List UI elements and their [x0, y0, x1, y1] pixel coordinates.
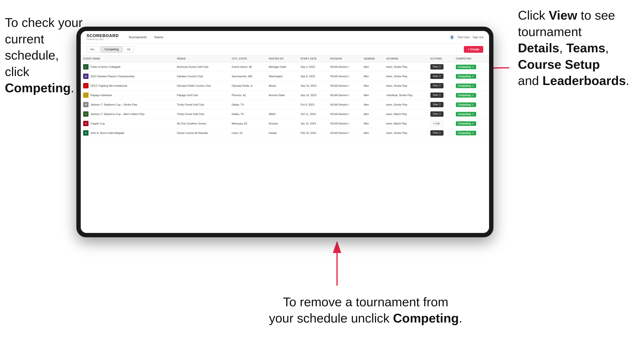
- cell-competing: Competing: [454, 100, 489, 109]
- tournaments-table: Event Name Venue City, State Hosted By S…: [81, 55, 489, 138]
- navbar-nav: Tournaments Teams: [128, 34, 450, 40]
- col-gender: Gender: [361, 55, 384, 62]
- cell-event-name: HJohn A. Burns Intercollegiate: [81, 128, 174, 138]
- competing-badge[interactable]: Competing: [456, 121, 476, 126]
- view-button[interactable]: View ⓘ: [430, 102, 444, 107]
- event-name-text: Jackson T. Stephens Cup – Stroke Play: [90, 103, 137, 106]
- cell-hosted-by: Hawaii: [266, 128, 298, 138]
- cell-division: NCAA Division I: [328, 119, 361, 128]
- user-icon: 👤: [450, 35, 454, 40]
- cell-hosted-by: Washington: [266, 72, 298, 81]
- annotation-top-right: Click View to see tournament Details, Te…: [518, 7, 639, 89]
- view-button[interactable]: View ⓘ: [430, 111, 444, 117]
- cell-division: NCAA Division I: [328, 72, 361, 81]
- view-button[interactable]: View ⓘ: [430, 93, 444, 98]
- event-name-text: John A. Burns Intercollegiate: [90, 132, 124, 134]
- col-actions: Actions: [428, 55, 454, 62]
- team-logo: I: [83, 83, 88, 88]
- tablet-screen: SCOREBOARD Powered by clippi Tournaments…: [81, 31, 489, 233]
- tab-all[interactable]: All: [123, 46, 134, 52]
- cell-scoring: individual, Stroke Play: [384, 91, 428, 100]
- col-division: Division: [328, 55, 361, 62]
- competing-badge[interactable]: Competing: [456, 93, 476, 98]
- cell-venue: Trinity Forest Golf Club: [174, 100, 229, 109]
- cell-scoring: team, Match Play: [384, 109, 428, 119]
- cell-venue: Ak-Chin Southern Dunes: [174, 119, 229, 128]
- table-row: ACopper CupAk-Chin Southern DunesMaricop…: [81, 119, 489, 128]
- cell-actions: View ⓘ: [428, 81, 454, 91]
- competing-badge[interactable]: Competing: [456, 112, 476, 117]
- cell-venue: Olympia Fields Country Club: [174, 81, 229, 91]
- competing-badge[interactable]: Competing: [456, 84, 476, 88]
- table-row: 🦅Folds of Honor CollegiateAmerican Dunes…: [81, 62, 489, 72]
- team-logo: A: [83, 121, 88, 126]
- team-logo: H: [83, 130, 88, 136]
- cell-competing: Competing: [454, 119, 489, 128]
- cell-start-date: Oct 11, 2023: [298, 109, 328, 119]
- cell-event-name: ⚙Jackson T. Stephens Cup – Stroke Play: [81, 100, 174, 109]
- navbar: SCOREBOARD Powered by clippi Tournaments…: [81, 31, 489, 44]
- cell-event-name: ACopper Cup: [81, 119, 174, 128]
- cell-start-date: Oct 9, 2023: [298, 100, 328, 109]
- cell-division: NCAA Division I: [328, 62, 361, 72]
- cell-hosted-by: Arizona State: [266, 91, 298, 100]
- nav-tournaments[interactable]: Tournaments: [128, 34, 147, 40]
- nav-teams[interactable]: Teams: [154, 34, 163, 40]
- cell-gender: Men: [361, 109, 384, 119]
- col-start-date: Start Date: [298, 55, 328, 62]
- competing-badge[interactable]: Competing: [456, 65, 476, 69]
- cell-venue: Ocean Course At Hokuala: [174, 128, 229, 138]
- navbar-right: 👤 Test User Sign out: [450, 35, 483, 40]
- user-name: Test User: [457, 36, 470, 39]
- cell-hosted-by: [266, 100, 298, 109]
- competing-badge[interactable]: Competing: [456, 74, 476, 79]
- table-row: 🌿Jackson T. Stephens Cup – Men's Match P…: [81, 109, 489, 119]
- cell-city-state: Olympia Fields, IL: [230, 81, 266, 91]
- cell-venue: Papago Golf Club: [174, 91, 229, 100]
- view-button[interactable]: View ⓘ: [430, 64, 444, 69]
- team-logo: 🌵: [83, 93, 88, 98]
- annotation-bottom: To remove a tournament from your schedul…: [256, 294, 475, 327]
- view-button[interactable]: View ⓘ: [430, 83, 444, 88]
- sign-out-link[interactable]: Sign out: [472, 36, 483, 39]
- cell-hosted-by: ABAC: [266, 109, 298, 119]
- cell-actions: ✏ Edit: [428, 119, 454, 128]
- cell-competing: Competing: [454, 91, 489, 100]
- cell-start-date: Feb 15, 2024: [298, 128, 328, 138]
- tab-competing[interactable]: Competing: [101, 46, 122, 52]
- cell-event-name: 🌿Jackson T. Stephens Cup – Men's Match P…: [81, 109, 174, 119]
- view-button[interactable]: View ⓘ: [430, 130, 444, 136]
- col-venue: Venue: [174, 55, 229, 62]
- cell-division: NCAA Division I: [328, 128, 361, 138]
- cell-actions: View ⓘ: [428, 109, 454, 119]
- edit-button[interactable]: ✏ Edit: [430, 121, 442, 126]
- event-name-text: Copper Cup: [90, 122, 105, 125]
- cell-event-name: 🌵Papago Individual: [81, 91, 174, 100]
- cell-division: NCAA Division I: [328, 91, 361, 100]
- cell-scoring: team, Stroke Play: [384, 100, 428, 109]
- filter-bar: Ho... Competing All + Create: [81, 44, 489, 55]
- cell-actions: View ⓘ: [428, 128, 454, 138]
- view-button[interactable]: View ⓘ: [430, 74, 444, 79]
- cell-hosted-by: Michigan State: [266, 62, 298, 72]
- table-row: W2023 Sahalee Players ChampionshipSahale…: [81, 72, 489, 81]
- cell-scoring: team, Match Play: [384, 119, 428, 128]
- cell-gender: Men: [361, 62, 384, 72]
- competing-badge[interactable]: Competing: [456, 102, 476, 107]
- filter-tabs: Ho... Competing All: [86, 46, 134, 52]
- cell-actions: View ⓘ: [428, 62, 454, 72]
- cell-gender: Men: [361, 119, 384, 128]
- powered-by: Powered by clippi: [86, 38, 119, 41]
- cell-start-date: Sep 15, 2023: [298, 81, 328, 91]
- cell-city-state: Maricopa, AZ: [230, 119, 266, 128]
- cell-gender: Men: [361, 128, 384, 138]
- tab-home[interactable]: Ho...: [86, 46, 100, 52]
- cell-division: NCAA Division I: [328, 100, 361, 109]
- team-logo: ⚙: [83, 102, 88, 107]
- create-button[interactable]: + Create: [464, 46, 483, 53]
- cell-city-state: Dallas, TX: [230, 109, 266, 119]
- cell-hosted-by: Illinois: [266, 81, 298, 91]
- competing-badge[interactable]: Competing: [456, 131, 476, 135]
- table-row: IOFCC Fighting Illini InvitationalOlympi…: [81, 81, 489, 91]
- table-container[interactable]: Event Name Venue City, State Hosted By S…: [81, 55, 489, 233]
